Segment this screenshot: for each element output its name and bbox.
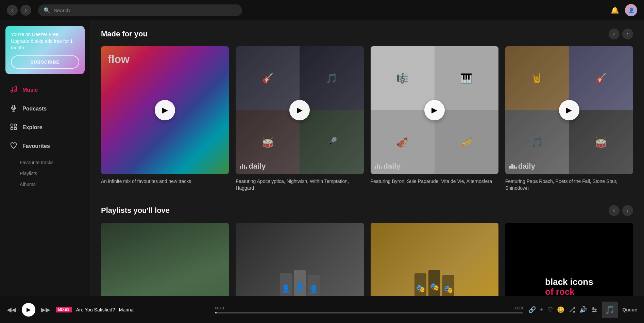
nav-arrows: ‹ ›: [7, 5, 31, 16]
daily2-description: Featuring Byron, Suie Paparude, Vita de …: [371, 178, 498, 185]
daily3-play-overlay: ▶: [505, 46, 633, 174]
playlist4-card[interactable]: black icons of rock: [505, 223, 633, 296]
daily1-play-button[interactable]: ▶: [289, 100, 310, 120]
daily2-play-overlay: ▶: [371, 46, 498, 174]
daily1-card[interactable]: 🎸 🎵 🥁 🎤 daily: [236, 46, 363, 191]
time-total: 03:18: [513, 306, 523, 310]
sidebar-item-favourites[interactable]: Favourites: [3, 138, 87, 155]
sidebar-item-podcasts-label: Podcasts: [22, 106, 47, 112]
daily2-play-button[interactable]: ▶: [424, 100, 445, 120]
svg-point-16: [593, 311, 594, 312]
music-icon: [10, 86, 18, 95]
top-bar: ‹ › 🔍 🔔 👤: [0, 0, 644, 20]
queue-button[interactable]: Queue: [622, 307, 637, 312]
time-labels: 00:01 03:18: [215, 306, 523, 310]
daily2-card[interactable]: 🎼 🎹 🎻 🎺 daily: [371, 46, 498, 191]
next-track-button[interactable]: ▶▶: [41, 306, 50, 313]
play-pause-button[interactable]: ▶: [22, 303, 35, 317]
player-controls: ◀◀ ▶ ▶▶: [7, 303, 50, 317]
daily1-description: Featuring Apocalyptica, Nightwish, Withi…: [236, 178, 363, 191]
svg-point-0: [11, 90, 13, 92]
playlists-love-nav: ‹ ›: [609, 205, 633, 216]
mixes-badge: MIXES: [56, 307, 72, 312]
track-name: Are You Satisfied? · Marina: [76, 307, 134, 312]
playlist1-thumb: 👤 👤 👤 👤: [101, 223, 229, 296]
link-icon[interactable]: 🔗: [528, 306, 536, 313]
top-right: 🔔 👤: [610, 4, 637, 16]
sidebar-item-explore[interactable]: Explore: [3, 119, 87, 136]
sidebar-item-explore-label: Explore: [22, 124, 43, 131]
forward-button[interactable]: ›: [20, 5, 31, 16]
time-current: 00:01: [215, 306, 225, 310]
made-for-you-prev[interactable]: ‹: [609, 29, 620, 39]
progress-bar[interactable]: [215, 312, 523, 313]
flow-thumb: flow ▶: [101, 46, 229, 174]
sidebar-item-music[interactable]: Music: [3, 82, 87, 99]
made-for-you-header: Made for you ‹ ›: [101, 29, 633, 39]
daily3-play-button[interactable]: ▶: [559, 100, 579, 120]
volume-button[interactable]: 🔊: [579, 306, 587, 313]
made-for-you-nav: ‹ ›: [609, 29, 633, 39]
made-for-you-grid: flow ▶ An infinite mix of favourites and…: [101, 46, 633, 191]
sub-nav-albums[interactable]: Albums: [20, 179, 90, 190]
add-to-playlist-button[interactable]: +: [540, 306, 544, 313]
equalizer-button[interactable]: [591, 306, 598, 313]
daily3-thumb: 🤘 🎸 🎵 🥁 daily: [505, 46, 633, 174]
player-thumbnail: 🎵: [602, 302, 618, 318]
playlist3-thumb: 🎭 🎭 🎭: [371, 223, 498, 296]
daily3-card[interactable]: 🤘 🎸 🎵 🥁 daily: [505, 46, 633, 191]
flow-description: An infinite mix of favourites and new tr…: [101, 178, 229, 185]
svg-rect-2: [13, 105, 15, 109]
daily2-thumb: 🎼 🎹 🎻 🎺 daily: [371, 46, 498, 174]
sub-nav: Favourite tracks Playlists Albums: [0, 156, 90, 191]
player-info: MIXES Are You Satisfied? · Marina: [56, 307, 210, 312]
svg-rect-6: [14, 124, 16, 126]
notification-icon[interactable]: 🔔: [610, 5, 620, 15]
flow-card[interactable]: flow ▶ An infinite mix of favourites and…: [101, 46, 229, 191]
avatar[interactable]: 👤: [625, 4, 637, 16]
daily1-thumb: 🎸 🎵 🥁 🎤 daily: [236, 46, 363, 174]
playlists-love-header: Playlists you'll love ‹ ›: [101, 205, 633, 216]
playlist2-card[interactable]: 👤 👤 👤: [236, 223, 363, 296]
playlists-love-next[interactable]: ›: [622, 205, 633, 216]
prev-track-button[interactable]: ◀◀: [7, 306, 16, 313]
like-button[interactable]: ♡: [547, 306, 553, 313]
shuffle-button[interactable]: [569, 306, 575, 313]
svg-rect-5: [11, 124, 13, 126]
svg-point-15: [595, 309, 596, 310]
playlist4-thumb: black icons of rock: [505, 223, 633, 296]
content-area: Made for you ‹ › flow ▶ An infinite mix …: [90, 20, 644, 296]
search-icon: 🔍: [44, 7, 50, 14]
promo-card: You're on Deezer Free. Upgrade & skip ad…: [5, 26, 85, 74]
daily3-description: Featuring Papa Roach, Poets of the Fall,…: [505, 178, 633, 191]
sidebar-item-favourites-label: Favourites: [22, 143, 50, 149]
svg-rect-7: [11, 128, 13, 130]
microphone-icon: [10, 104, 18, 114]
progress-fill: [215, 312, 217, 313]
playlists-love-prev[interactable]: ‹: [609, 205, 620, 216]
made-for-you-next[interactable]: ›: [622, 29, 633, 39]
flow-play-overlay: ▶: [101, 46, 229, 174]
sub-nav-favourite-tracks[interactable]: Favourite tracks: [20, 157, 90, 168]
playlist3-card[interactable]: 🎭 🎭 🎭: [371, 223, 498, 296]
daily1-play-overlay: ▶: [236, 46, 363, 174]
made-for-you-title: Made for you: [101, 30, 148, 38]
emoji-reaction-button[interactable]: 😀: [557, 306, 564, 313]
player-actions: 🔗 + ♡ 😀 🔊 🎵 Queue: [528, 302, 637, 318]
playlist2-thumb: 👤 👤 👤: [236, 223, 363, 296]
playlist1-card[interactable]: 👤 👤 👤 👤: [101, 223, 229, 296]
svg-point-14: [593, 307, 594, 308]
sidebar: You're on Deezer Free. Upgrade & skip ad…: [0, 20, 90, 296]
sub-nav-playlists[interactable]: Playlists: [20, 168, 90, 179]
main-layout: You're on Deezer Free. Upgrade & skip ad…: [0, 20, 644, 296]
svg-rect-8: [14, 128, 16, 130]
sidebar-item-podcasts[interactable]: Podcasts: [3, 100, 87, 118]
flow-play-button[interactable]: ▶: [155, 100, 175, 120]
subscribe-button[interactable]: SUBSCRIBE: [11, 55, 79, 69]
search-bar: 🔍: [38, 4, 242, 16]
progress-section: 00:01 03:18: [215, 306, 523, 313]
back-button[interactable]: ‹: [7, 5, 18, 16]
search-input[interactable]: [54, 7, 237, 13]
playlists-love-title: Playlists you'll love: [101, 206, 170, 215]
promo-text: You're on Deezer Free. Upgrade & skip ad…: [11, 31, 79, 51]
